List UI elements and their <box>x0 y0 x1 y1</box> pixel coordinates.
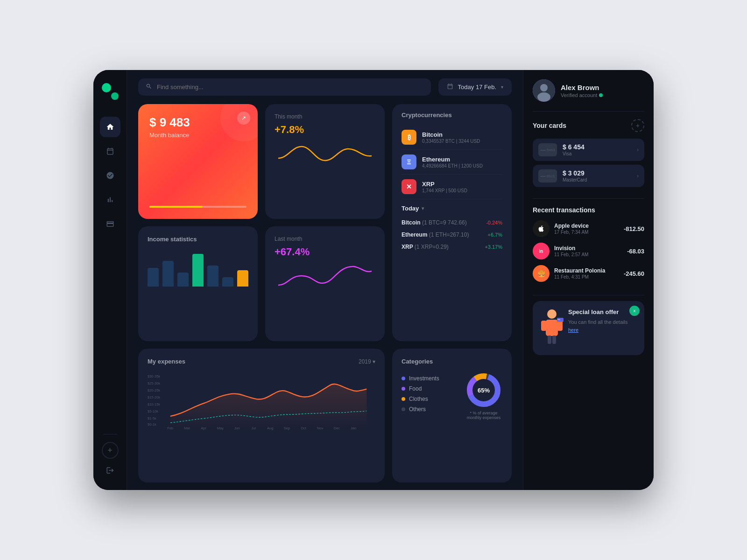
svg-text:Jun: Jun <box>234 426 240 430</box>
loan-close-button[interactable]: × <box>629 306 640 316</box>
transaction-invision: in Invision 11 Feb, 2:57 AM -68.03 <box>533 243 644 259</box>
sidebar-item-cards[interactable] <box>100 214 120 234</box>
sidebar-item-analytics[interactable] <box>100 165 120 186</box>
donut-note: * % of averagemonthly expenses <box>467 411 501 420</box>
loan-desc: You can find all the details here <box>568 318 637 334</box>
donut-percent: 65% <box>478 387 490 394</box>
svg-text:$20-25k: $20-25k <box>148 388 160 392</box>
loan-link[interactable]: here <box>568 327 578 333</box>
svg-text:$30-35k: $30-35k <box>148 374 160 378</box>
visa-type: Visa <box>563 151 631 156</box>
date-label: Today 17 Feb. <box>458 84 496 91</box>
food-dot <box>402 387 405 391</box>
svg-rect-32 <box>552 336 556 344</box>
expenses-card: My expenses 2019 ▾ $30-35k $25-30k $20-2… <box>138 349 385 483</box>
apple-transaction-amount: -812.50 <box>624 225 644 232</box>
your-cards-title: Your cards <box>533 122 566 129</box>
balance-arrow[interactable]: ↗ <box>237 112 250 125</box>
card-item-mastercard[interactable]: •••• 8921 $ 3 029 MasterCard › <box>533 165 644 187</box>
clothes-label: Clothes <box>409 396 428 402</box>
balance-progress-fill <box>149 206 203 208</box>
category-others: Others <box>402 406 458 413</box>
svg-text:$0-1k: $0-1k <box>148 422 156 427</box>
investments-dot <box>402 377 405 380</box>
your-cards-section: Your cards + •••• 5463 $ 6 454 Visa › ••… <box>533 112 644 199</box>
food-label: Food <box>409 385 422 392</box>
bar-5 <box>207 266 218 287</box>
sidebar: + <box>93 70 127 490</box>
expenses-title: My expenses <box>148 358 185 365</box>
sidebar-add-button[interactable]: + <box>102 442 119 459</box>
loan-content: Special loan offer You can find all the … <box>540 308 637 348</box>
restaurant-transaction-amount: -245.60 <box>624 270 644 277</box>
category-investments: Investments <box>402 375 458 382</box>
svg-text:Sep: Sep <box>284 426 290 430</box>
btc-icon: ₿ <box>402 130 416 145</box>
income-stats-title: Income statistics <box>148 236 248 243</box>
loan-title: Special loan offer <box>568 308 637 315</box>
eth-name: Ethereum <box>422 156 502 163</box>
card-item-visa[interactable]: •••• 5463 $ 6 454 Visa › <box>533 139 644 161</box>
donut-chart: 65% <box>465 371 502 409</box>
search-input[interactable] <box>157 84 423 91</box>
chevron-down-icon: ▾ <box>501 84 503 90</box>
logo-circle-2 <box>111 92 119 100</box>
transaction-apple: Apple device 17 Feb, 7:34 AM -812.50 <box>533 220 644 237</box>
search-icon <box>146 83 152 91</box>
main-content: Today 17 Feb. ▾ ↗ $ 9 483 Month balance … <box>127 70 523 490</box>
date-picker[interactable]: Today 17 Feb. ▾ <box>438 78 512 96</box>
invision-transaction-name: Invision <box>554 245 622 252</box>
expenses-chart: $30-35k $25-30k $20-25k $15-20k $10-15k … <box>148 371 375 431</box>
svg-text:Jul: Jul <box>251 426 256 430</box>
income-bar-chart <box>148 249 248 287</box>
sidebar-logo <box>102 83 119 100</box>
visa-amount: $ 6 454 <box>563 143 631 151</box>
investments-label: Investments <box>409 375 439 382</box>
dashboard: ↗ $ 9 483 Month balance This month +7.8% <box>127 104 523 490</box>
xrp-icon: ✕ <box>402 179 416 194</box>
crypto-title: Cryptocurrencies <box>402 112 502 119</box>
bar-1 <box>148 268 159 287</box>
svg-text:$25-30k: $25-30k <box>148 381 160 385</box>
category-food: Food <box>402 385 458 392</box>
today-eth-name: Ethereum (1 ETH=267.10) <box>402 231 469 238</box>
svg-text:Nov: Nov <box>317 426 324 430</box>
svg-text:Dec: Dec <box>334 426 340 430</box>
year-chevron-icon: ▾ <box>373 358 375 365</box>
device-frame: + Today 17 Feb. ▾ <box>93 70 654 490</box>
sidebar-logout[interactable] <box>102 462 118 481</box>
svg-rect-29 <box>541 321 547 331</box>
categories-list: Investments Food Clothes Others <box>402 375 458 416</box>
svg-text:Apr: Apr <box>201 426 206 430</box>
card-chip-mastercard: •••• 8921 <box>538 169 557 182</box>
svg-rect-34 <box>557 319 560 320</box>
sidebar-item-calendar[interactable] <box>100 141 120 161</box>
profile-section: Alex Brown Verified account <box>533 79 644 112</box>
categories-content: Investments Food Clothes Others <box>402 371 502 420</box>
today-row-btc: Bitcoin (1 BTC=9 742.66) -0.24% <box>402 217 502 229</box>
today-row-eth: Ethereum (1 ETH=267.10) +6.7% <box>402 229 502 241</box>
last-month-card: Last month +67.4% <box>265 226 385 341</box>
transactions-section: Recent transactions Apple device 17 Feb,… <box>533 199 644 295</box>
xrp-name: XRP <box>422 181 502 188</box>
categories-card: Categories Investments Food <box>392 349 512 483</box>
today-btc-change: -0.24% <box>486 220 502 225</box>
add-card-button[interactable]: + <box>631 119 644 132</box>
income-stats-card: Income statistics <box>138 226 258 341</box>
sidebar-item-home[interactable] <box>100 117 120 137</box>
today-chevron-icon: ▾ <box>422 206 424 211</box>
sidebar-item-charts[interactable] <box>100 189 120 210</box>
restaurant-transaction-name: Restaurant Polonia <box>554 267 619 274</box>
svg-text:May: May <box>217 426 224 430</box>
svg-rect-31 <box>548 336 551 344</box>
bar-2 <box>162 261 174 287</box>
last-month-title: Last month <box>275 236 375 242</box>
bar-3 <box>177 273 189 287</box>
svg-text:$10-15k: $10-15k <box>148 402 160 406</box>
search-bar[interactable] <box>138 78 431 96</box>
profile-info: Alex Brown Verified account <box>561 84 603 98</box>
loan-illustration <box>540 308 564 348</box>
expenses-year[interactable]: 2019 ▾ <box>359 358 375 365</box>
others-label: Others <box>409 406 426 413</box>
category-clothes: Clothes <box>402 396 458 402</box>
